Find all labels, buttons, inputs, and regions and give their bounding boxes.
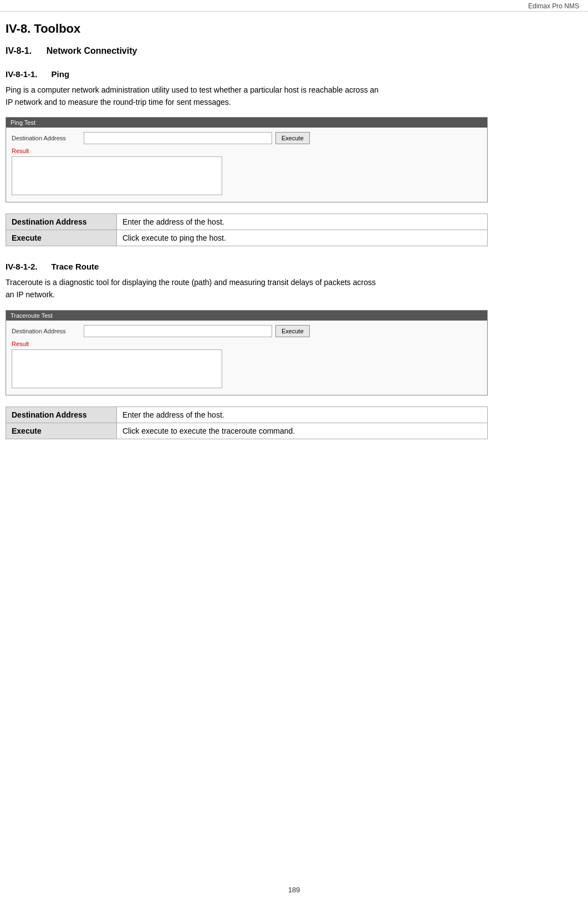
page-number: 189 — [288, 886, 300, 894]
table-row: Destination Address Enter the address of… — [6, 407, 488, 423]
ping-field-row: Destination Address Execute — [12, 132, 482, 144]
ping-result-box — [12, 156, 222, 195]
ping-description: Ping is a computer network administratio… — [6, 84, 382, 108]
subsection-1-title: IV-8-1-1. — [6, 69, 38, 79]
app-name: Edimax Pro NMS — [528, 2, 579, 10]
section-iv-8-1: IV-8-1. Network Connectivity — [6, 46, 571, 56]
subsection-2-title: IV-8-1-2. — [6, 262, 38, 271]
section-1-title: IV-8-1. — [6, 46, 32, 55]
traceroute-panel-header: Traceroute Test — [6, 311, 487, 321]
section-1-subtitle: Network Connectivity — [47, 46, 137, 55]
table-row: Execute Click execute to execute the tra… — [6, 423, 488, 439]
traceroute-table-key-1: Destination Address — [6, 407, 117, 423]
traceroute-result-section: Result — [12, 341, 482, 388]
traceroute-execute-button[interactable]: Execute — [275, 325, 310, 337]
traceroute-table-val-2: Click execute to execute the traceroute … — [117, 423, 488, 439]
ping-table-val-2: Click execute to ping the host. — [117, 230, 488, 246]
ping-test-panel: Ping Test Destination Address Execute Re… — [6, 117, 488, 202]
ping-table-key-2: Execute — [6, 230, 117, 246]
traceroute-result-label: Result — [12, 341, 482, 347]
table-row: Execute Click execute to ping the host. — [6, 230, 488, 246]
traceroute-description: Traceroute is a diagnostic tool for disp… — [6, 277, 382, 301]
ping-desc-table: Destination Address Enter the address of… — [6, 214, 488, 246]
top-bar: Edimax Pro NMS — [0, 0, 588, 12]
ping-destination-input[interactable] — [84, 132, 272, 144]
ping-field-label: Destination Address — [12, 135, 84, 141]
subsection-2-subtitle: Trace Route — [52, 262, 99, 271]
ping-table-val-1: Enter the address of the host. — [117, 214, 488, 230]
traceroute-field-label: Destination Address — [12, 328, 84, 334]
traceroute-test-panel: Traceroute Test Destination Address Exec… — [6, 310, 488, 395]
traceroute-table-key-2: Execute — [6, 423, 117, 439]
traceroute-desc-table: Destination Address Enter the address of… — [6, 407, 488, 439]
traceroute-field-row: Destination Address Execute — [12, 325, 482, 337]
ping-panel-body: Destination Address Execute Result — [6, 128, 487, 202]
traceroute-destination-input[interactable] — [84, 325, 272, 337]
page-title: IV-8. Toolbox — [6, 22, 571, 36]
subsection-1-subtitle: Ping — [52, 69, 70, 79]
table-row: Destination Address Enter the address of… — [6, 214, 488, 230]
ping-execute-button[interactable]: Execute — [275, 132, 310, 144]
ping-result-label: Result — [12, 148, 482, 154]
subsection-iv-8-1-2: IV-8-1-2. Trace Route Traceroute is a di… — [6, 262, 571, 439]
traceroute-result-box — [12, 349, 222, 388]
traceroute-panel-body: Destination Address Execute Result — [6, 321, 487, 395]
ping-panel-header: Ping Test — [6, 118, 487, 128]
subsection-iv-8-1-1: IV-8-1-1. Ping Ping is a computer networ… — [6, 69, 571, 246]
traceroute-table-val-1: Enter the address of the host. — [117, 407, 488, 423]
ping-table-key-1: Destination Address — [6, 214, 117, 230]
ping-result-section: Result — [12, 148, 482, 195]
